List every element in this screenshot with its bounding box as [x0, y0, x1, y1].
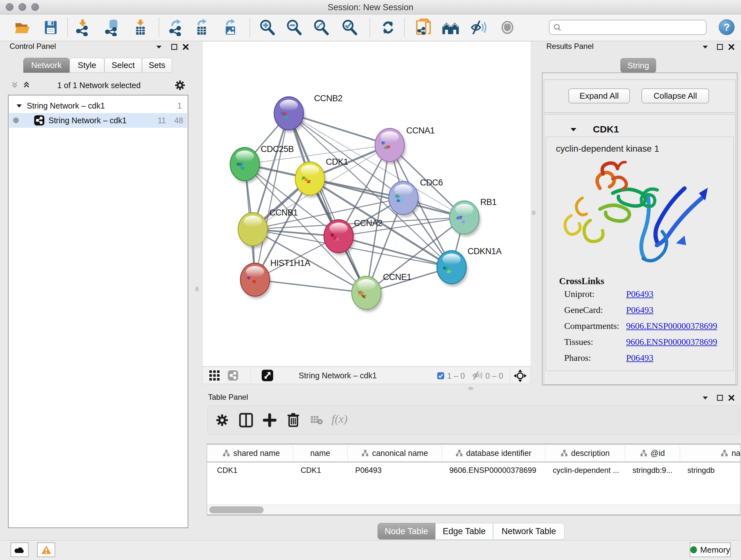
toolbar-separator — [404, 18, 405, 37]
show-eye-icon[interactable] — [498, 17, 517, 37]
column-header-shared-name[interactable]: shared name — [209, 444, 293, 462]
table-settings-gear-icon[interactable] — [215, 413, 229, 429]
collection-expand-icon[interactable] — [16, 104, 22, 108]
import-table-file-icon[interactable] — [131, 17, 150, 37]
left-splitter-handle[interactable] — [195, 287, 199, 292]
control-panel-collapse-icon[interactable] — [156, 45, 162, 51]
right-splitter-handle[interactable] — [532, 210, 536, 215]
node-label-CDKN1A: CDKN1A — [468, 246, 502, 256]
string-network-icon — [34, 115, 45, 126]
import-network-database-icon[interactable] — [103, 17, 122, 37]
node-label-CDK1: CDK1 — [326, 157, 348, 167]
table-panel-close-icon[interactable] — [728, 395, 735, 402]
crosslink-value-link[interactable]: 9606.ENSP00000378699 — [626, 337, 717, 347]
crosslink-value-link[interactable]: 9606.ENSP00000378699 — [626, 321, 717, 331]
column-header--id[interactable]: @id — [625, 444, 680, 462]
results-panel-float-icon[interactable] — [717, 44, 723, 51]
table-cell[interactable]: P06493 — [347, 463, 442, 478]
tab-style[interactable]: Style — [70, 58, 105, 73]
network-node-HIST1H1A[interactable] — [240, 263, 271, 299]
network-node-CCNA1[interactable] — [375, 128, 406, 164]
search-input[interactable] — [562, 21, 706, 34]
control-panel-close-icon[interactable] — [183, 44, 189, 51]
network-overview-houses-icon[interactable] — [441, 17, 460, 37]
network-node-RB1[interactable] — [450, 201, 481, 237]
network-node-CCNB2[interactable] — [274, 97, 305, 132]
column-header-description[interactable]: description — [545, 444, 625, 462]
show-columns-icon[interactable] — [239, 413, 253, 429]
tab-string[interactable]: String — [620, 58, 656, 73]
hide-eye-slash-icon[interactable] — [470, 17, 488, 37]
network-node-count: 11 — [158, 116, 166, 125]
grid-view-icon[interactable] — [209, 370, 220, 382]
column-header-name[interactable]: name — [293, 444, 347, 462]
open-view-icon[interactable] — [261, 369, 273, 383]
create-column-plus-icon[interactable] — [263, 413, 277, 429]
column-header-database-identifier[interactable]: database identifier — [442, 444, 545, 462]
scrollbar-thumb[interactable] — [209, 506, 264, 513]
expand-all-button[interactable]: Expand All — [568, 88, 630, 104]
help-icon[interactable]: ? — [719, 19, 735, 35]
tab-network[interactable]: Network — [23, 58, 70, 73]
network-node-CCNA2[interactable] — [324, 220, 355, 255]
export-image-icon[interactable] — [221, 17, 240, 37]
network-node-CDC25B[interactable] — [230, 147, 261, 183]
tab-network-table[interactable]: Network Table — [493, 523, 564, 540]
cloud-status-button[interactable] — [10, 543, 29, 557]
save-session-icon[interactable] — [42, 17, 60, 37]
tab-edge-table[interactable]: Edge Table — [435, 523, 493, 540]
crosslink-value-link[interactable]: P06493 — [626, 289, 654, 299]
collapse-all-networks-icon[interactable] — [10, 81, 19, 91]
refresh-icon[interactable] — [379, 17, 397, 37]
table-cell[interactable]: stringdb — [680, 463, 740, 478]
selected-checkbox[interactable] — [437, 372, 445, 381]
memory-button[interactable]: Memory — [690, 543, 731, 557]
zoom-selected-icon[interactable] — [340, 17, 359, 37]
export-table-file-icon[interactable] — [193, 17, 211, 37]
network-node-CCNE1[interactable] — [352, 276, 383, 312]
crosslink-value-link[interactable]: P06493 — [626, 353, 654, 363]
export-network-file-icon[interactable] — [166, 17, 185, 37]
results-panel-close-icon[interactable] — [728, 44, 735, 51]
network-row[interactable]: String Network – cdk1 11 48 — [9, 113, 187, 128]
network-collection-row[interactable]: String Network – cdk1 1 — [9, 98, 187, 113]
zoom-out-icon[interactable] — [285, 17, 303, 37]
table-cell[interactable]: CDK1 — [293, 463, 347, 478]
results-panel-collapse-icon[interactable] — [702, 45, 709, 51]
tab-style-label: Style — [78, 60, 96, 70]
import-network-file-icon[interactable] — [73, 17, 92, 37]
tab-select[interactable]: Select — [105, 58, 142, 73]
collapse-all-button[interactable]: Collapse All — [642, 88, 709, 104]
zoom-fit-icon[interactable] — [312, 17, 330, 37]
network-badge-icon[interactable] — [227, 370, 239, 382]
network-canvas[interactable]: CCNB2CCNA1CDC25BCDK1CDC6RB1CCNB1CCNA2CDK… — [202, 41, 531, 367]
gene-collapse-icon[interactable] — [570, 127, 577, 133]
bottom-splitter-handle[interactable] — [468, 387, 473, 390]
table-cell[interactable]: stringdb:9... — [625, 463, 680, 478]
crosslink-value-link[interactable]: P06493 — [626, 305, 654, 315]
zoom-in-icon[interactable] — [258, 17, 276, 37]
share-file-icon[interactable] — [414, 17, 433, 37]
expand-all-networks-icon[interactable] — [22, 81, 31, 91]
birds-eye-view-icon[interactable] — [514, 369, 527, 384]
network-view-toolbar: String Network – cdk1 1 – 0 0 – 0 — [202, 367, 531, 384]
network-node-CDKN1A[interactable] — [437, 251, 468, 287]
table-panel-float-icon[interactable] — [717, 395, 723, 402]
network-options-gear-icon[interactable] — [174, 79, 186, 92]
table-panel-collapse-icon[interactable] — [702, 395, 709, 401]
table-cell[interactable]: 9606.ENSP00000378699 — [442, 463, 545, 478]
network-node-CDK1[interactable] — [295, 162, 326, 198]
open-session-icon[interactable] — [13, 17, 31, 37]
tab-node-table[interactable]: Node Table — [378, 523, 435, 540]
warning-status-button[interactable] — [37, 543, 55, 557]
control-panel-float-icon[interactable] — [171, 44, 178, 51]
warning-icon — [41, 545, 51, 554]
delete-column-trash-icon[interactable] — [286, 412, 300, 429]
table-cell[interactable]: cyclin-dependent ... — [545, 463, 625, 478]
table-cell[interactable]: CDK1 — [209, 463, 293, 478]
hidden-eye-slash-icon[interactable] — [472, 371, 483, 381]
column-header-canonical-name[interactable]: canonical name — [347, 444, 442, 462]
column-header-namespace[interactable]: namespace — [680, 444, 740, 462]
tab-sets[interactable]: Sets — [142, 58, 172, 73]
network-current-dot-icon — [13, 118, 19, 123]
